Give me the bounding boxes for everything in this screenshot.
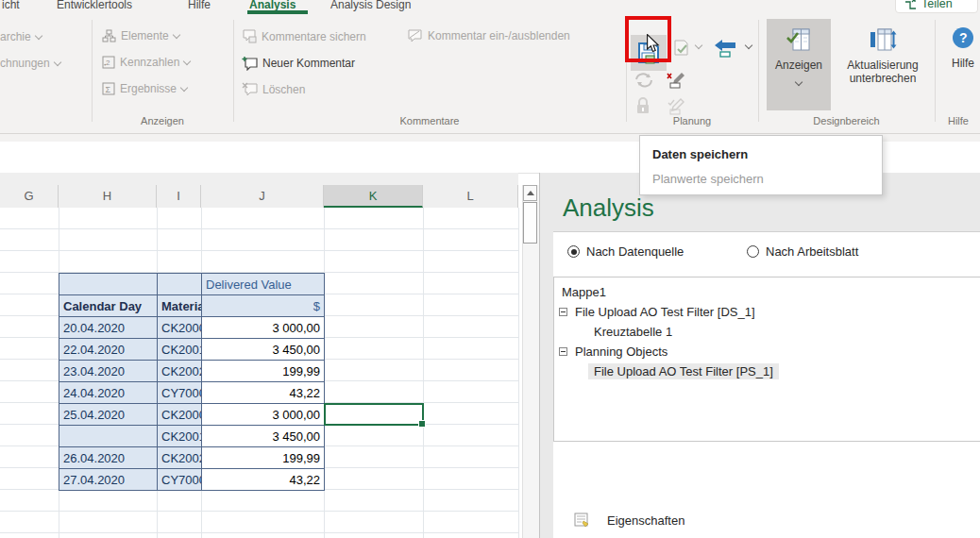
tree-collapse-icon[interactable] — [559, 347, 567, 356]
tree-item[interactable]: File Upload AO Test Filter [PS_1] — [554, 361, 980, 381]
comment-save-icon — [242, 29, 257, 43]
fill-handle[interactable] — [418, 420, 426, 428]
radio-button-icon[interactable] — [567, 245, 580, 258]
table-cell[interactable]: 24.04.2020 — [59, 382, 158, 404]
table-cell[interactable]: CY7000 — [158, 382, 202, 404]
table-cell[interactable]: CK2002 — [158, 447, 202, 469]
sperren-button[interactable] — [634, 97, 651, 114]
table-cell[interactable]: 3 450,00 — [202, 339, 325, 361]
kommentare-sichern-button[interactable]: Kommentare sichern — [242, 29, 366, 43]
aktualisierung-label-line2: unterbrechen — [850, 72, 917, 85]
lock-icon — [634, 97, 651, 114]
column-header-J[interactable]: J — [201, 185, 324, 208]
genehmigen-button[interactable] — [667, 97, 685, 116]
table-row: 25.04.2020CK20003 000,00 — [59, 404, 325, 426]
radio-nach-datenquelle-label: Nach Datenquelle — [586, 244, 684, 259]
column-header-G[interactable]: G — [0, 185, 59, 208]
column-header-K[interactable]: K — [324, 185, 423, 208]
tab-analysis-design[interactable]: Analysis Design — [330, 0, 411, 11]
table-cell[interactable]: 27.04.2020 — [59, 469, 158, 491]
group-label-planung: Planung — [626, 115, 758, 126]
daten-verwerfen-button[interactable] — [667, 71, 685, 90]
radio-nach-arbeitsblatt[interactable]: Nach Arbeitsblatt — [747, 244, 858, 259]
vertical-scrollbar[interactable] — [522, 185, 540, 538]
table-cell[interactable]: 199,99 — [202, 361, 325, 382]
column-header-H[interactable]: H — [59, 185, 157, 208]
table-cell[interactable]: 43,22 — [202, 382, 325, 404]
panel-content: Nach Datenquelle Nach Arbeitsblatt Mappe… — [553, 231, 980, 538]
selected-cell-K[interactable] — [324, 403, 424, 426]
tree-item[interactable]: Planning Objects — [554, 342, 980, 361]
mouse-cursor — [646, 34, 660, 53]
table-cell[interactable]: CK2002 — [158, 361, 202, 382]
hierarchie-button-partial[interactable]: archie — [0, 30, 42, 43]
table-cell[interactable]: 3 000,00 — [202, 317, 325, 339]
ergebnisse-button[interactable]: Σ Ergebnisse — [102, 82, 187, 95]
sigma-icon: Σ — [102, 82, 115, 95]
tree-item[interactable]: Kreuztabelle 1 — [554, 322, 980, 342]
excel-window: icht Entwicklertools Hilfe Analysis Anal… — [0, 0, 980, 538]
table-cell[interactable]: CY7000 — [158, 469, 202, 491]
neu-berechnen-button[interactable] — [633, 71, 655, 90]
table-cell[interactable]: CK2001 — [158, 339, 202, 361]
scrollbar-thumb[interactable] — [523, 202, 537, 244]
tab-entwicklertools[interactable]: Entwicklertools — [57, 0, 132, 11]
chevron-down-icon[interactable] — [745, 42, 752, 49]
column-header-L[interactable]: L — [423, 185, 518, 208]
kommentar-ein-ausblenden-button[interactable]: Kommentar ein-/ausblenden — [407, 29, 570, 42]
zuruecksetzen-button[interactable] — [714, 39, 737, 58]
berechnungen-button-partial[interactable]: chnungen — [0, 57, 60, 70]
table-cell[interactable]: CK2000 — [158, 404, 202, 426]
pencil-x-icon — [667, 71, 685, 90]
radio-button-icon[interactable] — [747, 245, 759, 258]
tree-item[interactable]: Mappe1 — [554, 282, 980, 302]
column-header-I[interactable]: I — [157, 185, 201, 208]
table-cell[interactable]: 3 000,00 — [202, 404, 325, 426]
table-cell[interactable]: 3 450,00 — [202, 426, 325, 447]
design-panel-icon — [786, 26, 812, 53]
table-cell[interactable]: Material — [158, 295, 202, 317]
hilfe-button[interactable]: ? Hilfe — [942, 19, 980, 110]
table-row: Calendar DayMaterial$ — [59, 295, 325, 317]
table-cell[interactable]: CK2001 — [158, 426, 202, 447]
datasource-tree[interactable]: Mappe1File Upload AO Test Filter [DS_1]K… — [553, 277, 980, 442]
table-cell[interactable]: 26.04.2020 — [59, 447, 158, 469]
svg-text:?: ? — [959, 30, 968, 45]
elemente-button[interactable]: Elemente — [102, 29, 179, 42]
table-cell[interactable]: 22.04.2020 — [59, 339, 158, 361]
table-cell[interactable]: 23.04.2020 — [59, 361, 158, 382]
org-chart-icon — [102, 29, 116, 42]
planwerte-speichern-button[interactable] — [672, 39, 689, 58]
kommentar-loeschen-label: Löschen — [262, 83, 305, 96]
share-button[interactable]: Teilen — [895, 0, 978, 13]
tree-collapse-icon[interactable] — [559, 308, 567, 316]
neuer-kommentar-button[interactable]: Neuer Kommentar — [242, 56, 355, 71]
table-cell[interactable] — [59, 274, 158, 295]
refresh-icon — [633, 71, 655, 90]
table-cell[interactable]: 25.04.2020 — [59, 404, 158, 426]
tab-hilfe[interactable]: Hilfe — [188, 0, 211, 11]
table-cell[interactable]: Delivered Value — [202, 274, 325, 295]
designbereich-anzeigen-button[interactable]: Anzeigen — [767, 19, 831, 110]
table-cell[interactable]: $ — [202, 295, 325, 317]
designbereich-anzeigen-label: Anzeigen — [775, 59, 822, 72]
table-cell[interactable] — [59, 426, 158, 447]
tree-item[interactable]: File Upload AO Test Filter [DS_1] — [554, 302, 980, 322]
eigenschaften-button[interactable]: Eigenschaften — [574, 513, 684, 528]
radio-nach-datenquelle[interactable]: Nach Datenquelle — [567, 244, 684, 259]
table-cell[interactable]: 199,99 — [202, 447, 325, 469]
table-cell[interactable]: CK2000 — [158, 317, 202, 339]
table-row: 20.04.2020CK20003 000,00 — [59, 317, 325, 339]
aktualisierung-unterbrechen-button[interactable]: Aktualisierung unterbrechen — [835, 19, 931, 110]
analysis-crosstab: Delivered ValueCalendar DayMaterial$20.0… — [59, 273, 325, 491]
table-cell[interactable] — [158, 274, 202, 295]
table-cell[interactable]: Calendar Day — [59, 295, 158, 317]
tab-ansicht-partial[interactable]: icht — [2, 0, 20, 11]
kennzahlen-button[interactable]: 2 Kennzahlen — [102, 56, 190, 69]
scroll-up-button[interactable] — [523, 185, 537, 201]
chevron-down-icon[interactable] — [695, 42, 702, 49]
table-cell[interactable]: 43,22 — [202, 469, 325, 491]
kommentar-loeschen-button[interactable]: Löschen — [242, 82, 305, 96]
table-cell[interactable]: 20.04.2020 — [59, 317, 158, 339]
dropdown-item[interactable]: Daten speichern — [640, 143, 882, 167]
